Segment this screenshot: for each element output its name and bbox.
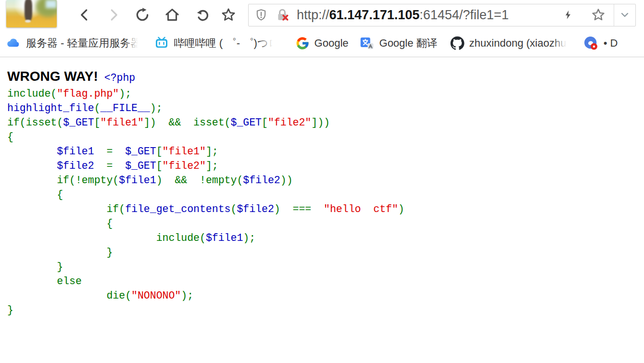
home-icon [164, 7, 180, 23]
bookmark-label: Google 翻译 [379, 36, 438, 50]
chevron-down-icon [619, 9, 631, 21]
page-content: WRONG WAY! <?php include("flag.php");hig… [0, 57, 644, 317]
url-host: 61.147.171.105 [329, 8, 420, 22]
code-line: include($file1); [7, 231, 644, 245]
bookmark-github[interactable]: zhuxindong (xiaozhu) [450, 34, 570, 53]
url-scheme: http:// [297, 8, 329, 22]
bookmark-blue-app[interactable]: • D [583, 34, 618, 53]
code-line: die("NONONO"); [7, 288, 644, 303]
refresh-button[interactable] [133, 4, 152, 26]
tencent-cloud-icon [6, 36, 21, 51]
bookmark-label: 哔哩哔哩 ( ゜- ゜)つロ [174, 36, 276, 50]
back-button[interactable] [75, 4, 94, 26]
code-line: $file1 = $_GET["file1"]; [7, 144, 644, 159]
address-bar[interactable]: http://61.147.171.105:61454/?file1=1 [248, 4, 636, 26]
bilibili-icon [154, 36, 169, 51]
google-icon [295, 36, 310, 50]
php-source-code: include("flag.php");highlight_file(__FIL… [7, 87, 644, 317]
undo-icon [195, 7, 211, 23]
bookmark-label: Google [315, 37, 349, 50]
bookmark-label: zhuxindong (xiaozhu) [469, 37, 570, 50]
thumbnail-sky [46, 0, 57, 8]
code-line: { [7, 216, 644, 231]
blue-app-icon [583, 36, 599, 51]
lock-insecure-icon[interactable] [275, 7, 290, 23]
code-line: if(file_get_contents($file2) === "hello … [7, 202, 644, 216]
code-line: } [7, 245, 644, 260]
back-icon [77, 8, 92, 22]
page-heading: WRONG WAY! [7, 69, 98, 84]
bookmark-label: • D [604, 37, 618, 50]
code-line: { [7, 188, 644, 202]
forward-icon [106, 8, 121, 22]
github-icon [450, 36, 465, 50]
code-line: if(!empty($file1) && !empty($file2)) [7, 173, 644, 188]
thumbnail-shoe [25, 20, 31, 23]
bookmark-tencent-cloud[interactable]: 服务器 - 轻量应用服务器 [6, 34, 141, 53]
google-translate-icon [359, 36, 375, 51]
code-line: include("flag.php"); [7, 87, 644, 101]
theme-thumbnail[interactable] [6, 0, 57, 27]
forward-button[interactable] [104, 4, 123, 26]
star-outline-icon [220, 7, 237, 23]
url-dropdown-button[interactable] [614, 4, 635, 26]
browser-toolbar: http://61.147.171.105:61454/?file1=1 [0, 0, 644, 30]
refresh-icon [135, 7, 150, 23]
code-line: $file2 = $_GET["file2"]; [7, 159, 644, 173]
url-text: http://61.147.171.105:61454/?file1=1 [297, 8, 563, 23]
php-open-tag: <?php [104, 72, 136, 84]
code-line: } [7, 260, 644, 274]
code-line: { [7, 130, 644, 144]
lightning-icon[interactable] [563, 9, 573, 21]
bookmark-page-star-icon[interactable] [591, 7, 606, 23]
bookmark-label: 服务器 - 轻量应用服务器 [26, 36, 141, 50]
code-line: highlight_file(__FILE__); [7, 101, 644, 115]
undo-button[interactable] [193, 4, 213, 26]
bookmarks-star-button[interactable] [217, 4, 240, 26]
bookmark-bilibili[interactable]: 哔哩哔哩 ( ゜- ゜)つロ [154, 34, 276, 53]
thumbnail-person [25, 0, 32, 21]
code-line: } [7, 303, 644, 317]
headline: WRONG WAY! <?php [7, 69, 644, 84]
url-path: :61454/?file1=1 [419, 8, 508, 22]
shield-alert-icon[interactable] [254, 8, 268, 22]
code-line: else [7, 274, 644, 288]
home-button[interactable] [163, 4, 182, 26]
bookmark-google[interactable]: Google [295, 34, 349, 53]
bookmark-google-translate[interactable]: Google 翻译 [359, 34, 438, 53]
bookmarks-bar: 服务器 - 轻量应用服务器 哔哩哔哩 ( ゜- ゜)つロ Google [0, 30, 644, 57]
code-line: if(isset($_GET["file1"]) && isset($_GET[… [7, 115, 644, 130]
